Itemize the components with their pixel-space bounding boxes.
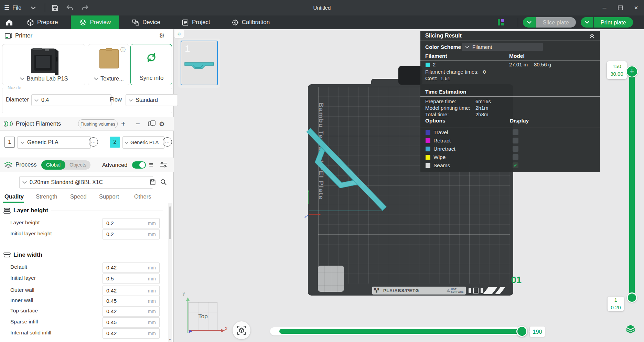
filament-2-index[interactable]: 2 [110,137,120,148]
process-tab-strength[interactable]: Strength [36,193,57,200]
layer-slider-track[interactable] [629,71,635,296]
advanced-toggle[interactable] [132,161,146,169]
sync-info-button[interactable]: Sync info [130,44,172,85]
redo-button[interactable] [77,0,93,15]
param-input[interactable]: 0.42 mm [103,328,160,339]
filament-1-edit-button[interactable]: ··· [89,137,98,147]
param-input[interactable]: 0.45 mm [103,296,160,306]
process-icon [4,161,12,168]
diameter-select[interactable]: 0.4 [31,94,111,106]
filament-settings-gear-icon[interactable]: ⚙ [159,120,165,128]
param-input[interactable]: 0.42 mm [103,286,160,296]
process-scope-toggle[interactable]: Global Objects [41,160,90,170]
param-unit: mm [148,298,156,304]
filament-2-edit-button[interactable]: ··· [163,137,172,147]
flow-select[interactable]: Standard [126,94,178,106]
maximize-icon [618,6,623,10]
divider [420,128,600,128]
plate-info-icon[interactable]: ⓘ [120,46,126,53]
preset-select[interactable]: 0.20mm Standard @BBL X1C [19,176,153,189]
step-slider-handle[interactable] [516,326,527,337]
nav-tab-calibration[interactable]: Calibration [223,15,278,29]
param-input[interactable]: 0.42 mm [103,263,160,273]
search-preset-button[interactable] [160,179,167,185]
filament-sync-icon[interactable] [148,120,155,127]
param-input[interactable]: 0.45 mm [103,317,160,328]
param-input[interactable]: 0.5 mm [103,274,160,284]
param-tune-icon[interactable] [160,162,167,168]
display-checkbox-wipe[interactable] [513,154,518,160]
layer-slider-top-handle[interactable]: + [626,66,638,77]
printer-image [28,47,61,75]
maximize-button[interactable] [612,0,628,15]
slice-plate-button[interactable]: Slice plate [536,17,576,28]
close-button[interactable]: ✕ [628,0,644,15]
layer-slider-bottom-handle[interactable] [627,292,637,303]
param-list-icon[interactable]: ≡ [149,160,153,169]
param-label: Initial layer [10,275,36,281]
param-input[interactable]: 0.42 mm [103,306,160,317]
nav-tab-project[interactable]: Project [173,15,218,29]
undo-icon [66,4,74,11]
scroll-down-arrow[interactable]: ▼ [169,338,171,341]
color-scheme-select[interactable]: Filament [462,43,543,51]
flushing-volumes-button[interactable]: Flushing volumes [78,119,118,128]
sidebar-collapse-handle[interactable]: ‹|› [174,30,184,38]
panel-collapse-button[interactable] [589,33,595,39]
filament-weight: 80.56 g [534,62,551,67]
save-preset-button[interactable] [149,179,156,185]
fit-view-button[interactable] [233,321,250,339]
layers-icon[interactable] [625,324,636,334]
save-button[interactable] [48,0,62,15]
bambu-studio-window: ☰ File – ✕ Untitled Prepare [0,0,644,342]
title-bar: ☰ File – ✕ [0,0,644,15]
undo-button[interactable] [62,0,77,15]
filament-1-select[interactable]: Generic PLA [17,136,91,149]
param-input[interactable]: 0.2 mm [103,218,160,228]
time-row-label: Total time: [425,111,449,117]
divider [0,42,174,42]
filament-2-select[interactable]: Generic PLA [122,136,164,149]
process-tab-others[interactable]: Others [134,193,151,200]
scope-objects[interactable]: Objects [65,162,90,168]
param-value: 0.42 [106,330,148,336]
slice-options-chevron[interactable] [523,17,536,28]
file-menu-chevron[interactable] [25,0,42,15]
display-checkbox-seams[interactable]: ✓ [513,162,518,168]
plate-type-select[interactable]: Texture... [88,75,130,82]
plate-type-card[interactable]: ⓘ Texture... [88,44,129,85]
scope-global[interactable]: Global [41,160,65,170]
home-button[interactable] [0,15,19,29]
display-checkbox-retract[interactable] [513,138,518,143]
process-tab-speed[interactable]: Speed [70,193,87,200]
printer-select[interactable]: Bambu Lab P1S [2,75,86,82]
printer-settings-gear-icon[interactable]: ⚙ [159,32,165,40]
flow-value: Standard [136,97,158,103]
filament-1-index[interactable]: 1 [4,137,15,148]
print-options-chevron[interactable] [581,17,593,28]
params-scrollbar[interactable]: ▼ [168,203,172,342]
nav-tab-preview[interactable]: Preview [71,15,119,29]
plate-thumbnail[interactable]: 1 [181,41,218,85]
process-tab-support[interactable]: Support [99,193,119,200]
printer-card[interactable]: Bambu Lab P1S [2,44,85,85]
arrange-button[interactable] [497,19,505,26]
print-plate-button[interactable]: Print plate [594,17,633,28]
diameter-value: 0.4 [41,97,49,103]
param-unit: mm [148,232,156,237]
display-checkbox-travel[interactable] [513,129,518,135]
file-menu[interactable]: ☰ File [0,0,25,15]
view-cube[interactable]: Top [189,302,217,331]
display-checkbox-unretract[interactable] [513,146,518,152]
param-input[interactable]: 0.2 mm [103,229,160,239]
nav-tab-device[interactable]: Device [124,15,169,29]
remove-filament-button[interactable]: − [136,119,140,128]
minimize-button[interactable]: – [597,0,612,15]
nav-tab-label: Prepare [37,19,58,26]
process-tab-quality[interactable]: Quality [4,193,24,200]
plate-material-text: PLA/ABS/PETG [383,288,419,293]
flow-label: Flow [110,96,122,103]
add-filament-button[interactable]: + [121,119,126,128]
nav-tab-prepare[interactable]: Prepare [19,15,66,29]
scrollbar-thumb[interactable] [169,206,171,239]
